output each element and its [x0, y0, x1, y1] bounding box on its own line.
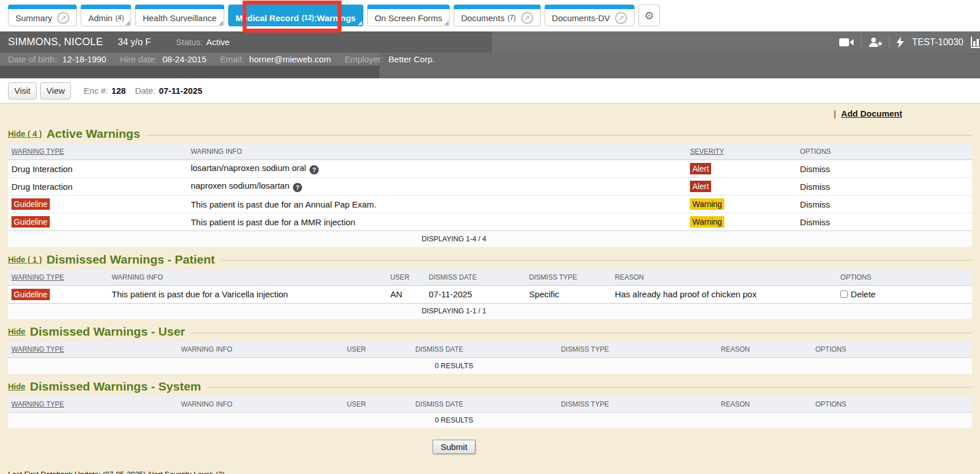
dismissed-system-hide-link[interactable]: Hide	[8, 382, 25, 391]
col-options: OPTIONS	[812, 341, 972, 358]
tab-health-surveillance[interactable]: Health Surveillance	[135, 5, 224, 26]
col-dismiss-type: DISMISS TYPE	[557, 396, 717, 413]
dismiss-link[interactable]: Dismiss	[800, 217, 830, 227]
delete-checkbox[interactable]	[840, 290, 848, 298]
empty-results: 0 RESULTS	[8, 412, 972, 428]
dismiss-link[interactable]: Dismiss	[800, 164, 830, 174]
col-severity[interactable]: SEVERITY	[687, 144, 796, 160]
table-footer-row: 0 RESULTS	[8, 358, 972, 374]
active-warnings-hide-link[interactable]: Hide ( 4 )	[8, 129, 42, 138]
help-icon[interactable]: ?	[293, 183, 302, 192]
dismissed-system-title: Dismissed Warnings - System	[30, 380, 201, 393]
patient-header: SIMMONS, NICOLE 34 y/o F Status: Active …	[0, 31, 980, 78]
person-add-icon[interactable]	[868, 37, 882, 47]
tab-medical-record-warnings[interactable]: Medical Record (12) :Warnings	[228, 5, 363, 26]
severity-badge: Alert	[690, 163, 711, 174]
col-user: USER	[343, 341, 412, 358]
dismissed-patient-hide-link[interactable]: Hide ( 1 )	[8, 255, 42, 264]
employer-value: Better Corp.	[388, 54, 435, 64]
dismiss-date: 07-11-2025	[429, 289, 473, 299]
divider	[861, 36, 862, 49]
tab-on-screen-forms-label: On Screen Forms	[375, 13, 442, 23]
severity-badge: Warning	[690, 198, 724, 210]
tab-documents[interactable]: Documents (7) ↗	[454, 5, 541, 26]
col-options: OPTIONS	[837, 269, 972, 286]
table-header-row: WARNING TYPE WARNING INFO USER DISMISS D…	[8, 269, 972, 286]
col-reason: REASON	[717, 341, 812, 358]
tab-admin[interactable]: Admin (4)	[81, 5, 131, 26]
employer-field: Employer: Better Corp.	[344, 54, 435, 64]
table-footer-row: 0 RESULTS	[8, 412, 972, 428]
col-warning-type[interactable]: WARNING TYPE	[8, 396, 178, 413]
dismissed-patient-title: Dismissed Warnings - Patient	[46, 253, 215, 266]
tab-medical-record-label: Medical Record	[236, 13, 299, 23]
submit-button[interactable]: Submit	[433, 440, 475, 454]
dismissed-user-hide-link[interactable]: Hide	[8, 327, 25, 336]
dismiss-link[interactable]: Dismiss	[800, 200, 830, 209]
warning-type: Drug Interaction	[11, 164, 73, 174]
warning-type-badge: Guideline	[11, 198, 50, 210]
col-dismiss-type: DISMISS TYPE	[526, 269, 612, 286]
hire-date-label: Hire date:	[120, 54, 157, 64]
patient-header-bottom-strip	[0, 66, 980, 78]
bar-chart-icon[interactable]	[970, 37, 980, 48]
view-button[interactable]: View	[40, 82, 71, 99]
col-warning-type[interactable]: WARNING TYPE	[8, 269, 108, 286]
dropdown-fold-icon	[219, 21, 223, 25]
patient-name-row: SIMMONS, NICOLE 34 y/o F Status: Active …	[0, 31, 980, 53]
col-warning-info: WARNING INFO	[178, 396, 344, 413]
col-warning-info: WARNING INFO	[187, 144, 687, 160]
section-rule	[146, 135, 972, 136]
section-rule	[191, 333, 972, 333]
add-document-link[interactable]: Add Document	[841, 109, 902, 118]
email-value: horner@mieweb.com	[249, 54, 331, 64]
gear-icon: ⚙	[644, 9, 654, 22]
warning-info: This patient is past due for a Varicella…	[112, 289, 288, 299]
dropdown-fold-icon	[125, 21, 130, 25]
visit-button[interactable]: Visit	[8, 82, 37, 99]
table-footer-row: DISPLAYING 1-4 / 4	[8, 231, 972, 247]
table-row: Drug Interaction naproxen sodium/losarta…	[8, 178, 972, 196]
col-reason: REASON	[717, 396, 812, 413]
enc-date-label: Date:	[135, 86, 156, 95]
tab-settings-button[interactable]: ⚙	[638, 5, 660, 26]
dismissed-patient-heading: Hide ( 1 ) Dismissed Warnings - Patient	[8, 253, 972, 266]
tab-medical-record-count: (12)	[302, 14, 314, 22]
dismiss-reason: Has already had proof of chicken pox	[615, 289, 757, 299]
open-in-new-window-icon[interactable]: ↗	[521, 12, 533, 24]
tab-summary[interactable]: Summary ↗	[8, 5, 77, 26]
col-warning-type[interactable]: WARNING TYPE	[8, 341, 178, 358]
warning-type-badge: Guideline	[11, 289, 50, 300]
table-row: Guideline This patient is past due for a…	[8, 285, 972, 303]
col-warning-type[interactable]: WARNING TYPE	[8, 144, 187, 160]
table-footer-row: DISPLAYING 1-1 / 1	[8, 303, 972, 319]
email-label: Email:	[220, 54, 244, 64]
col-user: USER	[343, 396, 412, 413]
enc-date-value: 07-11-2025	[159, 86, 203, 95]
dismissed-patient-table: WARNING TYPE WARNING INFO USER DISMISS D…	[8, 269, 972, 320]
active-warnings-table: WARNING TYPE WARNING INFO SEVERITY OPTIO…	[8, 144, 972, 247]
tab-summary-label: Summary	[15, 13, 52, 23]
status-value: Active	[207, 37, 230, 47]
help-icon[interactable]: ?	[310, 165, 319, 174]
tab-documents-dv[interactable]: Documents-DV ↗	[545, 5, 635, 26]
lightning-bolt-icon[interactable]	[896, 37, 904, 48]
dismissed-user-table: WARNING TYPE WARNING INFO USER DISMISS D…	[8, 341, 972, 374]
employer-label: Employer:	[344, 54, 383, 64]
col-options: OPTIONS	[812, 396, 972, 413]
open-in-new-window-icon[interactable]: ↗	[615, 12, 627, 24]
dismiss-link[interactable]: Dismiss	[800, 182, 830, 192]
enc-number-label: Enc #:	[84, 86, 108, 95]
dob-field: Date of birth: 12-18-1990	[8, 54, 106, 64]
divider	[889, 36, 890, 49]
patient-age-sex: 34 y/o F	[118, 37, 151, 47]
video-camera-icon[interactable]	[839, 38, 854, 47]
active-warnings-heading: Hide ( 4 ) Active Warnings	[8, 127, 972, 141]
open-in-new-window-icon[interactable]: ↗	[57, 12, 69, 24]
tab-on-screen-forms[interactable]: On Screen Forms	[367, 5, 450, 26]
warning-type: Drug Interaction	[11, 182, 73, 192]
divider: |	[834, 109, 836, 118]
dob-label: Date of birth:	[8, 54, 57, 64]
warning-info: This patient is past due for an Annual P…	[191, 200, 376, 209]
status-label: Status:	[176, 37, 203, 47]
